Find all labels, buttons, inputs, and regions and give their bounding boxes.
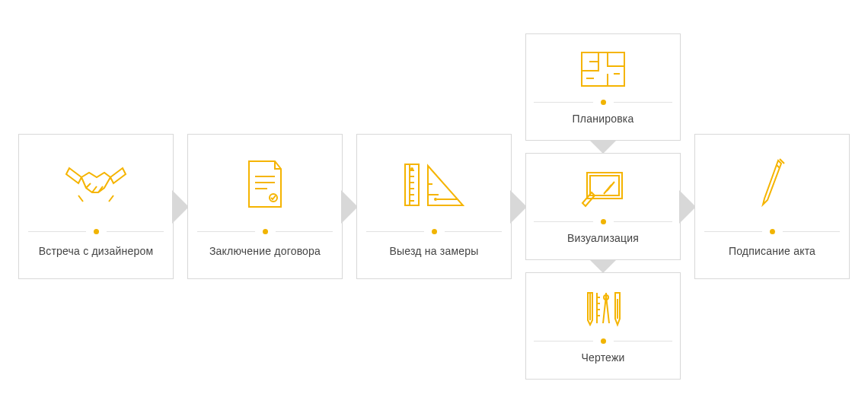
step-measure: Выезд на замеры	[356, 134, 512, 279]
divider	[534, 219, 672, 224]
process-flow: Встреча с дизайнером Заключение договора…	[0, 0, 868, 413]
arrow-down-icon	[589, 140, 617, 154]
step-group: Планировка Визуализация Чертежи	[525, 33, 681, 380]
step-sign: Подписание акта	[694, 134, 850, 279]
measure-icon	[402, 154, 466, 215]
divider	[366, 229, 502, 234]
arrow-right-icon	[679, 190, 696, 224]
step-label: Чертежи	[581, 351, 624, 364]
arrow-down-icon	[589, 259, 617, 273]
step-label: Встреча с дизайнером	[39, 245, 153, 257]
step-visualization: Визуализация	[525, 153, 681, 260]
step-label: Визуализация	[567, 232, 639, 244]
step-label: Заключение договора	[209, 245, 321, 257]
handshake-icon	[63, 154, 129, 215]
arrow-right-icon	[341, 190, 358, 224]
divider	[28, 229, 164, 234]
visualization-icon	[581, 167, 625, 210]
step-label: Подписание акта	[729, 245, 815, 257]
arrow-right-icon	[172, 190, 189, 224]
step-meeting: Встреча с дизайнером	[18, 134, 174, 279]
floorplan-icon	[580, 48, 626, 91]
svg-point-2	[410, 167, 413, 170]
drafting-icon	[583, 287, 623, 329]
svg-point-3	[434, 198, 437, 201]
divider	[534, 100, 672, 105]
step-drafting: Чертежи	[525, 272, 681, 380]
step-label: Выезд на замеры	[390, 245, 479, 257]
divider	[704, 229, 840, 234]
svg-rect-4	[582, 52, 624, 86]
contract-icon	[244, 154, 286, 215]
svg-rect-5	[587, 173, 622, 199]
step-label: Планировка	[573, 113, 634, 125]
step-planning: Планировка	[525, 33, 681, 141]
sign-icon	[757, 154, 787, 215]
divider	[197, 229, 333, 234]
step-contract: Заключение договора	[187, 134, 343, 279]
divider	[534, 338, 672, 344]
arrow-right-icon	[510, 190, 527, 224]
